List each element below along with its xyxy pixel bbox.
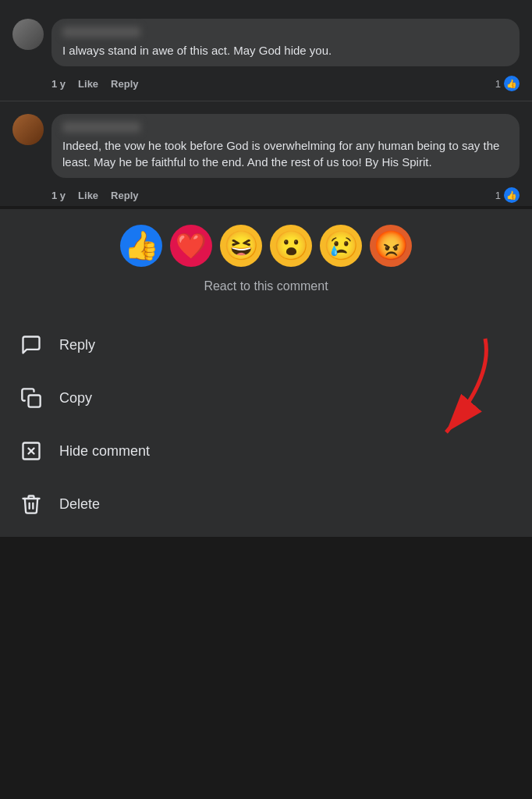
reaction-angry-button[interactable]: 😡 [370, 225, 412, 267]
comment-username [62, 122, 140, 133]
menu-reply-item[interactable]: Reply [0, 318, 532, 371]
comments-section: I always stand in awe of this act. May G… [0, 0, 532, 206]
reaction-sad-button[interactable]: 😢 [320, 225, 362, 267]
hide-comment-label: Hide comment [59, 443, 150, 460]
like-number: 1 [495, 190, 501, 201]
avatar [12, 114, 44, 145]
trash-icon [19, 492, 44, 517]
menu-delete-item[interactable]: Delete [0, 478, 532, 531]
comment-item: I always stand in awe of this act. May G… [0, 12, 532, 73]
like-button[interactable]: Like [78, 190, 98, 201]
reaction-wow-button[interactable]: 😮 [270, 225, 312, 267]
like-number: 1 [495, 78, 501, 90]
comment-text: Indeed, the vow he took before God is ov… [62, 137, 509, 170]
reply-button[interactable]: Reply [111, 190, 138, 201]
like-badge: 👍 [504, 76, 520, 91]
hide-icon [19, 439, 44, 463]
divider [0, 101, 532, 101]
comment-text: I always stand in awe of this act. May G… [62, 42, 509, 59]
copy-icon [19, 385, 44, 410]
reaction-love-button[interactable]: ❤️ [170, 225, 212, 267]
comment-username [62, 27, 140, 37]
comment-actions: 1 y Like Reply 1 👍 [0, 184, 532, 206]
delete-label: Delete [59, 496, 100, 513]
menu-hide-item[interactable]: Hide comment [0, 424, 532, 478]
comment-actions: 1 y Like Reply 1 👍 [0, 73, 532, 94]
reaction-haha-button[interactable]: 😆 [220, 225, 262, 267]
like-count: 1 👍 [495, 76, 520, 91]
reply-button[interactable]: Reply [111, 78, 138, 90]
comment-bubble: I always stand in awe of this act. May G… [51, 19, 520, 66]
avatar [12, 19, 44, 50]
comment-time: 1 y [51, 190, 66, 201]
react-label: React to this comment [12, 279, 520, 293]
menu-section: Reply Copy Hide comment [0, 312, 532, 537]
svg-rect-0 [29, 396, 41, 407]
reaction-section: 👍 ❤️ 😆 😮 😢 😡 React to this comment [0, 209, 532, 312]
reply-icon [19, 332, 44, 357]
reaction-like-button[interactable]: 👍 [120, 225, 162, 267]
comment-bubble: Indeed, the vow he took before God is ov… [51, 114, 520, 178]
comment-item: Indeed, the vow he took before God is ov… [0, 108, 532, 184]
like-badge: 👍 [504, 187, 520, 203]
like-count: 1 👍 [495, 187, 520, 203]
like-button[interactable]: Like [78, 78, 98, 90]
reaction-bar: 👍 ❤️ 😆 😮 😢 😡 [12, 225, 520, 267]
reply-label: Reply [59, 337, 95, 353]
copy-label: Copy [59, 390, 92, 407]
comment-time: 1 y [51, 78, 66, 90]
menu-copy-item[interactable]: Copy [0, 371, 532, 424]
